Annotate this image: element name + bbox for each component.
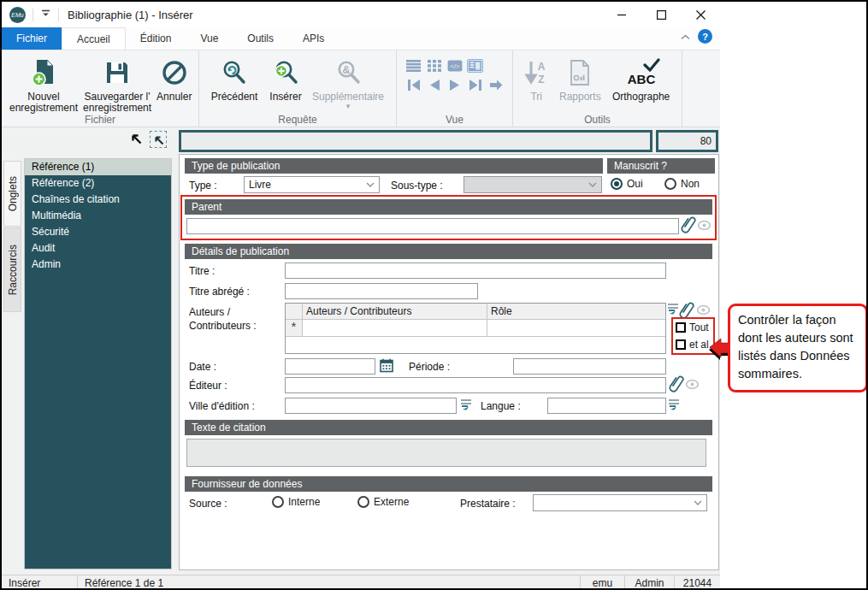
- etal-checkbox[interactable]: [676, 339, 686, 350]
- status-port: 21044: [674, 575, 720, 590]
- list-view-icon[interactable]: [405, 59, 422, 73]
- save-record-button[interactable]: Sauvegarder l' enregistrement: [80, 54, 154, 115]
- type-select[interactable]: Livre: [244, 176, 380, 193]
- goto-record-icon[interactable]: [487, 78, 504, 91]
- svg-text:ABC: ABC: [627, 72, 655, 86]
- insert-button[interactable]: Insérer: [264, 54, 307, 104]
- column-header-auteurs: Auteurs / Contributeurs: [303, 304, 487, 319]
- screenshot-frame: EMu Bibliographie (1) - Insérer Fichier …: [0, 0, 868, 590]
- last-record-icon[interactable]: [467, 78, 483, 91]
- prestataire-select[interactable]: [533, 494, 707, 511]
- subtype-select[interactable]: [464, 176, 602, 193]
- parent-attach-icon[interactable]: [681, 215, 696, 236]
- sidebar-item-multimedia[interactable]: Multimédia: [25, 208, 171, 224]
- tab-vue[interactable]: Vue: [186, 27, 233, 50]
- section-header-type-publication: Type de publication: [185, 158, 603, 174]
- source-interne-radio[interactable]: Interne: [272, 496, 320, 508]
- sidebar-item-audit[interactable]: Audit: [25, 240, 171, 257]
- tab-apis[interactable]: APIs: [288, 27, 339, 50]
- maximize-button[interactable]: [641, 2, 681, 27]
- supplementary-search-button[interactable]: & Supplémentaire ▾: [307, 54, 389, 111]
- reports-button[interactable]: Rapports: [554, 54, 605, 104]
- tab-edition[interactable]: Édition: [126, 27, 186, 50]
- separator: [58, 9, 59, 21]
- editeur-view-icon[interactable]: [686, 380, 699, 392]
- spellcheck-button[interactable]: ABC Orthographe: [605, 54, 676, 104]
- tab-accueil[interactable]: Accueil: [62, 27, 126, 50]
- sort-button[interactable]: A Z Tri: [518, 54, 554, 104]
- editeur-input[interactable]: [285, 377, 666, 393]
- button-label: Annuler: [156, 91, 192, 103]
- calendar-icon[interactable]: [380, 358, 393, 375]
- previous-record-icon[interactable]: [426, 78, 442, 91]
- editeur-attach-icon[interactable]: [669, 374, 684, 395]
- search-previous-icon: [221, 56, 248, 90]
- langue-lookup-list-icon[interactable]: [669, 398, 680, 413]
- role-cell[interactable]: [487, 320, 665, 336]
- grid-view-icon[interactable]: [426, 59, 442, 73]
- ville-lookup-list-icon[interactable]: [461, 398, 472, 413]
- side-tab-onglets[interactable]: Onglets: [3, 161, 21, 227]
- next-record-icon[interactable]: [446, 78, 463, 91]
- dropdown-caret-icon: ▾: [346, 103, 351, 109]
- svg-text:</>: </>: [450, 62, 459, 70]
- tout-checkbox-row[interactable]: Tout: [673, 319, 713, 336]
- parent-view-icon[interactable]: [698, 221, 711, 233]
- periode-label: Période :: [409, 361, 450, 373]
- source-externe-radio[interactable]: Externe: [357, 496, 409, 508]
- date-label: Date :: [189, 361, 216, 373]
- sidebar-item-admin[interactable]: Admin: [25, 257, 171, 273]
- status-record-count: Référence 1 de 1: [77, 575, 580, 590]
- tab-fichier[interactable]: Fichier: [2, 27, 62, 50]
- manuscrit-oui-radio[interactable]: Oui: [611, 178, 643, 190]
- langue-input[interactable]: [547, 398, 666, 414]
- radio-icon: [611, 178, 623, 190]
- side-tab-raccourcis[interactable]: Raccourcis: [3, 227, 21, 312]
- minimize-button[interactable]: [602, 2, 641, 27]
- button-label: Nouvel enregistrement: [9, 91, 78, 114]
- record-number: 80: [700, 135, 712, 147]
- summary-input[interactable]: [179, 130, 652, 152]
- new-row-marker: *: [286, 320, 303, 336]
- sidebar-item-reference-2[interactable]: Référence (2): [25, 175, 171, 192]
- status-user: Admin: [624, 575, 674, 590]
- first-record-icon[interactable]: [405, 78, 422, 91]
- langue-label: Langue :: [481, 400, 521, 412]
- pointer-icon[interactable]: [129, 132, 143, 148]
- titre-input[interactable]: [285, 263, 666, 279]
- ribbon-group-fichier: Nouvel enregistrement Sauvegarder l' enr…: [2, 50, 199, 127]
- tab-outils[interactable]: Outils: [233, 27, 288, 50]
- record-number-field[interactable]: 80: [656, 130, 718, 152]
- marquee-select-icon[interactable]: [150, 131, 167, 148]
- auteurs-cell[interactable]: [303, 320, 487, 336]
- new-record-button[interactable]: Nouvel enregistrement: [7, 54, 80, 115]
- text-view-icon[interactable]: </>: [446, 59, 463, 73]
- sidebar-item-chaines-citation[interactable]: Chaînes de citation: [25, 192, 171, 208]
- title-bar: EMu Bibliographie (1) - Insérer: [2, 2, 720, 27]
- cancel-button[interactable]: Annuler: [154, 54, 194, 104]
- quick-access-customize-icon[interactable]: [40, 9, 51, 21]
- button-label: Rapports: [559, 91, 601, 103]
- periode-input[interactable]: [513, 358, 666, 375]
- ribbon-tab-row: Fichier Accueil Édition Vue Outils APIs: [2, 27, 720, 50]
- auteurs-view-icon[interactable]: [697, 305, 710, 317]
- close-button[interactable]: [681, 2, 720, 27]
- parent-input[interactable]: [186, 218, 679, 234]
- manuscrit-non-radio[interactable]: Non: [664, 178, 700, 190]
- section-header-parent: Parent: [185, 199, 712, 215]
- radio-icon: [664, 178, 676, 190]
- sidebar-item-reference-1[interactable]: Référence (1): [25, 159, 171, 175]
- auteurs-lookup-list-icon[interactable]: [668, 303, 679, 317]
- previous-search-button[interactable]: Précédent: [204, 54, 264, 104]
- button-label: Insérer: [269, 91, 301, 103]
- collapse-ribbon-icon[interactable]: [681, 31, 690, 43]
- titre-abrege-input[interactable]: [285, 283, 478, 299]
- ville-input[interactable]: [285, 398, 457, 414]
- auteurs-table[interactable]: Auteurs / Contributeurs Rôle *: [285, 303, 666, 354]
- help-icon[interactable]: ?: [698, 29, 712, 44]
- date-input[interactable]: [285, 358, 375, 375]
- details-view-icon[interactable]: [467, 59, 483, 73]
- etal-checkbox-row[interactable]: et al.: [673, 336, 713, 353]
- sidebar-item-securite[interactable]: Sécurité: [25, 224, 171, 240]
- tout-checkbox[interactable]: [676, 322, 686, 333]
